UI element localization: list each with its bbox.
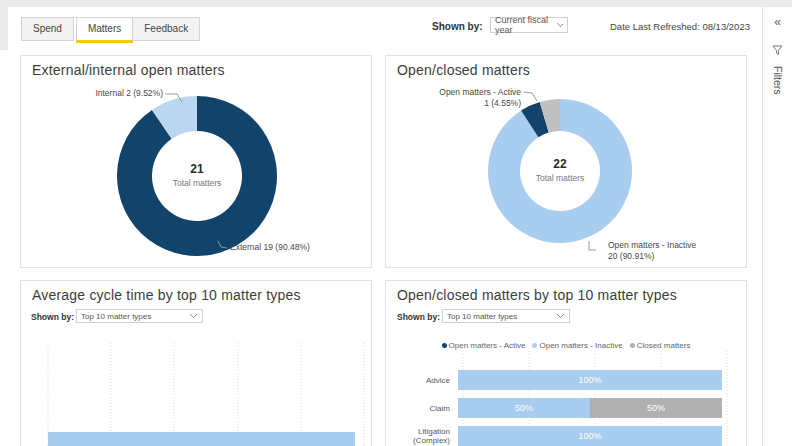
shown-by-label: Shown by:: [432, 21, 483, 32]
callout-open-active: Open matters - Active 1 (4.55%): [386, 87, 521, 108]
gridlines: [21, 281, 373, 446]
bar-segment[interactable]: 50%: [590, 398, 722, 418]
panel-average-cycle-time: Average cycle time by top 10 matter type…: [20, 280, 372, 446]
bar-row: Advice100%: [391, 370, 741, 390]
callout-leader-line: [589, 241, 596, 250]
stacked-bar-chart: Advice100%Claim50%50%Litigation (Complex…: [391, 370, 741, 446]
donut-center-total: 22 Total matters: [510, 157, 610, 183]
bar-segment[interactable]: [48, 432, 355, 446]
fiscal-year-dropdown[interactable]: Current fiscal year: [490, 17, 568, 33]
callout-internal: Internal 2 (9.52%): [31, 88, 163, 99]
bar-segment[interactable]: 100%: [458, 426, 722, 446]
tab-spend[interactable]: Spend: [21, 17, 74, 41]
bar-track: [48, 432, 365, 446]
bar-segment[interactable]: 100%: [458, 370, 722, 390]
donut-center-total: 21 Total matters: [147, 162, 247, 188]
callout-external: External 19 (90.48%): [230, 242, 310, 253]
tab-feedback[interactable]: Feedback: [132, 17, 200, 41]
bar-category-label: Advice: [391, 376, 458, 385]
bar-track: 100%: [458, 426, 722, 446]
chevron-down-icon: [556, 22, 563, 28]
report-tabs: Spend Matters Feedback: [21, 17, 200, 41]
filters-pane-label[interactable]: Filters: [772, 66, 784, 95]
panel-external-internal-open-matters: External/internal open matters 21 Total …: [20, 55, 372, 268]
bar-category-label: Claim: [391, 404, 458, 413]
bar-track: 50%50%: [458, 398, 722, 418]
panel-open-closed-matters: Open/closed matters 22 Total matters Ope…: [385, 55, 747, 268]
tab-matters[interactable]: Matters: [76, 17, 133, 41]
bar-track: 100%: [458, 370, 722, 390]
bar-category-label: Litigation (Complex): [391, 427, 458, 445]
fiscal-year-value: Current fiscal year: [495, 15, 556, 35]
date-last-refreshed: Date Last Refreshed: 08/13/2023: [610, 21, 750, 32]
window-chrome-left: [0, 0, 8, 50]
filter-funnel-icon[interactable]: [772, 45, 783, 56]
filters-pane: « Filters: [762, 7, 792, 446]
callout-open-inactive: Open matters - Inactive 20 (90.91%): [608, 240, 696, 261]
bar-row: Litigation (Complex)100%: [391, 426, 741, 446]
panel-open-closed-by-type: Open/closed matters by top 10 matter typ…: [385, 280, 747, 446]
bar-row: Claim50%50%: [391, 398, 741, 418]
expand-pane-icon[interactable]: «: [774, 15, 781, 29]
bar-segment[interactable]: 50%: [458, 398, 590, 418]
window-chrome-top: [0, 0, 792, 7]
callout-leader-line: [524, 92, 537, 101]
